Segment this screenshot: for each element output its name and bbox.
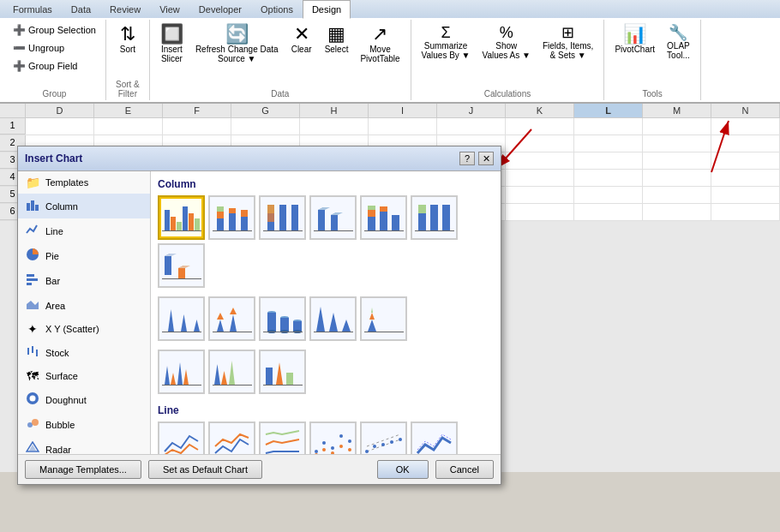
chart-variant-stacked-line[interactable] bbox=[208, 421, 255, 454]
chart-variant-100stacked-column[interactable] bbox=[259, 195, 306, 240]
dialog-body: 📁 Templates Column Line bbox=[18, 171, 501, 454]
insert-chart-dialog: Insert Chart ? ✕ 📁 Templates Column bbox=[17, 146, 501, 472]
chart-variant-3d-full-column[interactable] bbox=[158, 243, 205, 288]
modal-overlay: Insert Chart ? ✕ 📁 Templates Column bbox=[0, 0, 780, 472]
dialog-close-button[interactable]: ✕ bbox=[478, 152, 494, 165]
cancel-button[interactable]: Cancel bbox=[435, 460, 494, 472]
svg-point-116 bbox=[315, 453, 318, 454]
svg-point-117 bbox=[322, 448, 326, 451]
chart-variant-line[interactable] bbox=[158, 421, 205, 454]
svg-marker-11 bbox=[27, 301, 39, 309]
svg-marker-98 bbox=[183, 369, 189, 385]
chart-type-radar[interactable]: Radar bbox=[18, 437, 150, 454]
svg-rect-30 bbox=[217, 206, 224, 212]
svg-rect-9 bbox=[27, 278, 38, 281]
svg-marker-68 bbox=[168, 309, 174, 332]
svg-marker-63 bbox=[165, 254, 177, 256]
chart-variant-cone[interactable] bbox=[158, 296, 205, 341]
chart-variant-3d-100stacked-column[interactable] bbox=[411, 195, 458, 240]
chart-type-surface[interactable]: 🗺 Surface bbox=[18, 365, 150, 387]
chart-type-bar[interactable]: Bar bbox=[18, 268, 150, 293]
chart-variant-dotted-stacked-line[interactable] bbox=[360, 421, 407, 454]
svg-point-113 bbox=[331, 446, 334, 450]
chart-variant-3d-line[interactable] bbox=[411, 421, 458, 454]
chart-type-column[interactable]: Column bbox=[18, 194, 150, 218]
area-label: Area bbox=[45, 301, 65, 311]
svg-rect-32 bbox=[229, 208, 236, 213]
chart-variant-100stacked-line[interactable] bbox=[259, 421, 306, 454]
chart-variant-clustered-column[interactable] bbox=[158, 195, 205, 240]
chart-type-xy[interactable]: ✦ X Y (Scatter) bbox=[18, 318, 150, 340]
svg-rect-46 bbox=[331, 215, 338, 230]
svg-point-124 bbox=[373, 445, 376, 448]
svg-rect-99 bbox=[162, 385, 201, 386]
svg-rect-106 bbox=[286, 373, 293, 385]
svg-rect-40 bbox=[291, 205, 298, 230]
set-default-chart-button[interactable]: Set as Default Chart bbox=[148, 460, 262, 472]
column-chart-grid bbox=[158, 195, 494, 288]
chart-variant-pyramid-cluster[interactable] bbox=[208, 350, 255, 394]
svg-rect-8 bbox=[27, 274, 34, 277]
svg-rect-90 bbox=[314, 332, 353, 332]
xy-icon: ✦ bbox=[25, 322, 40, 336]
column-icon bbox=[25, 198, 40, 214]
svg-marker-100 bbox=[214, 364, 220, 385]
ok-button[interactable]: OK bbox=[377, 460, 429, 472]
svg-point-111 bbox=[315, 450, 318, 453]
dialog-help-button[interactable]: ? bbox=[459, 152, 475, 165]
svg-rect-50 bbox=[368, 210, 375, 217]
templates-label: Templates bbox=[45, 177, 88, 188]
chart-variant-pyramid[interactable] bbox=[309, 296, 357, 341]
chart-variant-stacked-column[interactable] bbox=[208, 195, 255, 240]
radar-label: Radar bbox=[45, 445, 71, 455]
svg-rect-49 bbox=[368, 217, 375, 230]
svg-rect-94 bbox=[364, 332, 404, 332]
svg-rect-81 bbox=[280, 318, 289, 332]
svg-point-17 bbox=[27, 422, 33, 427]
svg-rect-59 bbox=[442, 205, 450, 230]
svg-point-114 bbox=[339, 434, 343, 438]
svg-rect-43 bbox=[318, 210, 325, 230]
dialog-footer: Manage Templates... Set as Default Chart… bbox=[18, 454, 501, 472]
svg-rect-54 bbox=[392, 215, 399, 230]
svg-rect-52 bbox=[380, 212, 387, 230]
stock-label: Stock bbox=[45, 348, 69, 358]
column-section-title: Column bbox=[158, 178, 494, 190]
radar-icon bbox=[25, 441, 40, 454]
svg-rect-10 bbox=[27, 283, 32, 285]
doughnut-icon bbox=[25, 392, 40, 408]
svg-rect-34 bbox=[241, 210, 248, 217]
svg-rect-71 bbox=[162, 332, 201, 332]
chart-type-area[interactable]: Area bbox=[18, 293, 150, 318]
manage-templates-button[interactable]: Manage Templates... bbox=[25, 460, 141, 472]
chart-variant-stacked-cone[interactable] bbox=[208, 296, 255, 341]
chart-variant-mixed[interactable] bbox=[259, 350, 306, 394]
chart-type-bubble[interactable]: Bubble bbox=[18, 412, 150, 437]
line-label: Line bbox=[45, 226, 63, 236]
pie-icon bbox=[25, 248, 40, 264]
svg-point-119 bbox=[339, 445, 343, 448]
column-chart-grid-3 bbox=[158, 350, 494, 394]
chart-variant-cone-cluster[interactable] bbox=[158, 350, 205, 394]
svg-marker-74 bbox=[230, 314, 237, 332]
chart-variant-stacked-pyramid[interactable] bbox=[360, 296, 407, 341]
svg-marker-92 bbox=[369, 313, 375, 320]
chart-variant-3d-column[interactable] bbox=[309, 195, 357, 240]
chart-type-line[interactable]: Line bbox=[18, 218, 150, 243]
chart-variant-dotted-line[interactable] bbox=[309, 421, 357, 454]
chart-type-templates[interactable]: 📁 Templates bbox=[18, 171, 150, 194]
svg-marker-70 bbox=[194, 320, 200, 332]
svg-rect-35 bbox=[213, 230, 252, 231]
chart-type-stock[interactable]: Stock bbox=[18, 340, 150, 365]
chart-variant-cylinder[interactable] bbox=[259, 296, 306, 341]
svg-rect-67 bbox=[162, 278, 201, 279]
svg-rect-31 bbox=[229, 213, 236, 230]
chart-type-doughnut[interactable]: Doughnut bbox=[18, 387, 150, 412]
doughnut-label: Doughnut bbox=[45, 395, 87, 405]
chart-type-pie[interactable]: Pie bbox=[18, 243, 150, 268]
svg-point-123 bbox=[365, 450, 369, 453]
chart-variant-3d-stacked-column[interactable] bbox=[360, 195, 407, 240]
svg-rect-26 bbox=[195, 218, 200, 230]
svg-point-118 bbox=[331, 451, 334, 454]
svg-rect-33 bbox=[241, 217, 248, 230]
